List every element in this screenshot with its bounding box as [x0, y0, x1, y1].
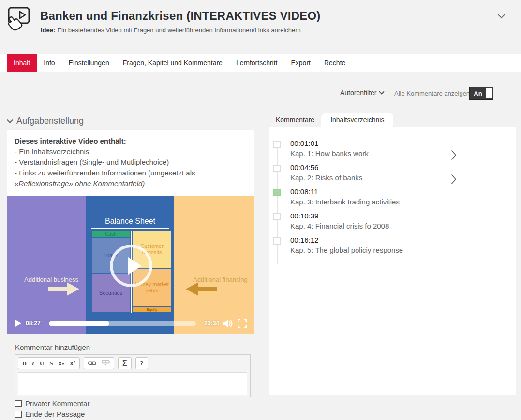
main-tab-bar: Inhalt Info Einstellungen Fragen, Kapite…	[0, 54, 521, 72]
toggle-state-label: An	[470, 90, 486, 97]
end-of-passage-label: Ende der Passage	[25, 410, 85, 418]
chevron-down-icon	[379, 89, 385, 94]
show-all-comments-label: Alle Kommentare anzeigen:	[394, 90, 472, 97]
table-of-contents-panel: 00:01:01 Kap. 1: How banks work 00:04:56…	[269, 127, 516, 395]
unlink-icon[interactable]	[102, 359, 110, 368]
chapter-item[interactable]: 00:16:12 Kap. 5: The global policiy resp…	[269, 236, 516, 260]
subscript-button[interactable]: x₂	[58, 360, 64, 367]
tab-kommentare[interactable]: Kommentare	[269, 113, 321, 127]
task-section-toggle[interactable]: Aufgabenstellung	[8, 116, 84, 126]
chapter-title: Kap. 5: The global policiy response	[290, 246, 516, 254]
chapter-title: Kap. 3: Interbank trading activities	[290, 198, 516, 206]
chapter-title: Kap. 1: How banks work	[290, 149, 516, 158]
chevron-right-icon[interactable]	[451, 150, 457, 160]
formula-button[interactable]: Σ	[122, 359, 127, 368]
help-button[interactable]: ?	[140, 360, 144, 367]
chapter-time: 00:08:11	[290, 188, 516, 196]
tab-rechte[interactable]: Rechte	[317, 54, 352, 72]
comment-editor: B I U S x₂ x² Σ ?	[15, 354, 251, 397]
equity-box: Equity	[133, 307, 171, 312]
video-thumb-right-panel: Additional financing	[174, 196, 254, 334]
editor-toolbar: B I U S x₂ x² Σ ?	[18, 357, 247, 369]
task-info-box: Dieses interaktive Video enthält: - Ein …	[7, 130, 254, 196]
balance-sheet-title: Balance Sheet	[86, 217, 174, 226]
end-of-passage-checkbox[interactable]	[15, 411, 22, 418]
chapter-checkbox[interactable]	[273, 237, 281, 245]
chapter-checkbox[interactable]	[273, 213, 281, 220]
chevron-right-icon[interactable]	[451, 174, 457, 185]
video-controls: 08:27 20:34	[7, 316, 254, 331]
subtitle-text: Ein bestehendes Video mit Fragen und wei…	[57, 27, 300, 34]
interactive-video-icon	[7, 5, 35, 31]
tab-info[interactable]: Info	[37, 54, 61, 72]
tab-fragen-kapitel-kommentare[interactable]: Fragen, Kapitel und Kommentare	[116, 54, 229, 72]
divider	[91, 228, 169, 229]
progress-bar[interactable]	[49, 321, 196, 326]
strikethrough-button[interactable]: S	[49, 360, 53, 367]
chapter-checkbox[interactable]	[273, 141, 281, 148]
arrow-right-icon	[48, 281, 80, 297]
play-icon	[128, 257, 142, 275]
chapter-time: 00:04:56	[290, 163, 516, 172]
tab-inhalt[interactable]: Inhalt	[7, 54, 37, 72]
superscript-button[interactable]: x²	[70, 360, 75, 367]
video-player[interactable]: Additional business Balance Sheet Cash L…	[7, 196, 254, 334]
arrow-left-icon	[185, 281, 217, 297]
big-play-button[interactable]	[110, 245, 152, 287]
subtitle-label: Idee:	[41, 27, 55, 34]
chapter-title: Kap. 2: Risks of banks	[290, 174, 516, 182]
fullscreen-icon[interactable]	[238, 319, 247, 328]
video-thumb-left-panel: Additional business	[7, 196, 86, 334]
author-filter-label: Autorenfilter	[340, 89, 376, 97]
end-of-passage-checkbox-row[interactable]: Ende der Passage	[15, 410, 85, 418]
page-subtitle: Idee:Ein bestehendes Video mit Fragen un…	[41, 27, 301, 34]
add-comment-label: Kommentar hinzufügen	[15, 343, 90, 351]
link-icon[interactable]	[88, 359, 96, 368]
italic-button[interactable]: I	[32, 360, 34, 367]
private-comment-checkbox-row[interactable]: Privater Kommentar	[15, 399, 89, 407]
chapter-time: 00:16:12	[290, 236, 516, 244]
show-all-comments-toggle[interactable]: An	[469, 87, 493, 100]
bold-button[interactable]: B	[22, 360, 27, 367]
tab-lernfortschritt[interactable]: Lernfortschritt	[229, 54, 284, 72]
chapter-checkbox[interactable]	[273, 165, 281, 172]
chapter-item[interactable]: 00:08:11 Kap. 3: Interbank trading activ…	[269, 188, 516, 212]
chevron-down-icon	[7, 117, 13, 123]
chapter-time: 00:01:01	[290, 139, 516, 147]
chapter-title: Kap. 4: Financial crisis fo 2008	[290, 222, 516, 230]
info-heading: Dieses interaktive Video enthält:	[15, 136, 247, 146]
play-button[interactable]	[15, 319, 21, 327]
volume-icon[interactable]	[223, 319, 233, 328]
current-time: 08:27	[26, 320, 41, 327]
tab-inhaltsverzeichnis[interactable]: Inhaltsverzeichnis	[321, 113, 393, 127]
info-line: - Links zu weiterführenden Informationen…	[15, 168, 247, 189]
chapter-item[interactable]: 00:04:56 Kap. 2: Risks of banks	[269, 163, 516, 188]
task-section-title: Aufgabenstellung	[16, 116, 84, 126]
underline-button[interactable]: U	[40, 360, 44, 367]
chapter-checkbox-checked[interactable]	[273, 189, 281, 196]
chapter-item[interactable]: 00:10:39 Kap. 4: Financial crisis fo 200…	[269, 212, 516, 236]
duration: 20:34	[204, 320, 219, 327]
collapse-header-chevron-icon[interactable]	[499, 11, 508, 20]
info-line: - Ein Inhaltsverzeichnis	[15, 146, 247, 157]
cash-box: Cash	[92, 231, 130, 237]
tab-export[interactable]: Export	[284, 54, 317, 72]
private-comment-label: Privater Kommentar	[25, 399, 89, 407]
video-progress-fill	[49, 321, 109, 326]
toggle-knob	[486, 88, 492, 98]
page-title: Banken und Finanzkrisen (INTERAKTIVES VI…	[40, 9, 321, 23]
chapter-time: 00:10:39	[290, 212, 516, 220]
tab-einstellungen[interactable]: Einstellungen	[62, 54, 116, 72]
private-comment-checkbox[interactable]	[15, 400, 22, 407]
right-panel-tabs: Kommentare Inhaltsverzeichnis	[269, 114, 393, 127]
comment-input[interactable]	[18, 372, 247, 395]
info-line: - Verständnisfragen (Single- und Mutlipl…	[15, 157, 247, 168]
author-filter-dropdown[interactable]: Autorenfilter	[340, 89, 384, 97]
chapter-item[interactable]: 00:01:01 Kap. 1: How banks work	[269, 139, 516, 163]
